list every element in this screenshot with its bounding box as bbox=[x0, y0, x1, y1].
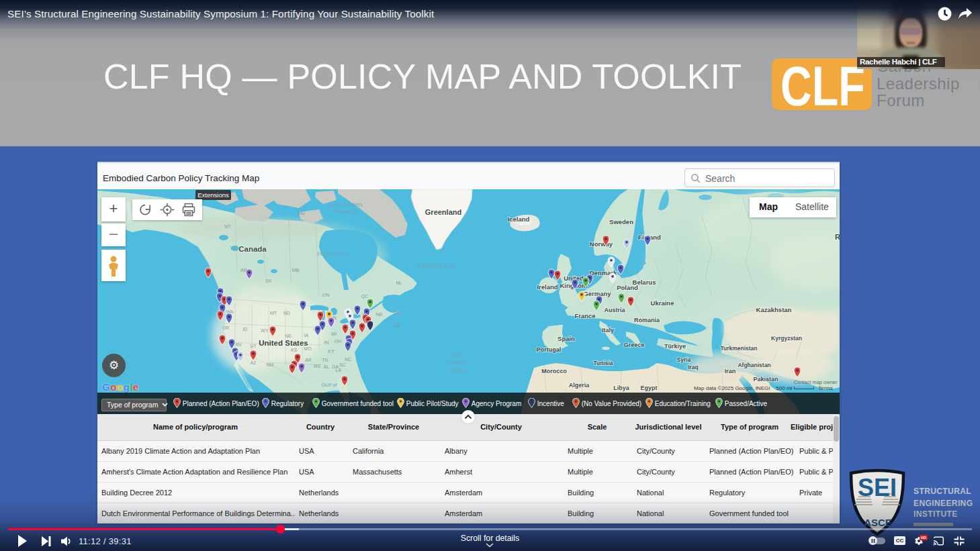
svg-text:TN: TN bbox=[322, 358, 328, 362]
svg-text:Passages: Passages bbox=[332, 208, 357, 215]
svg-text:Syria: Syria bbox=[677, 356, 691, 363]
svg-text:MO: MO bbox=[304, 346, 312, 351]
svg-text:ENGINEERING: ENGINEERING bbox=[914, 499, 973, 508]
svg-text:INSTITUTE: INSTITUTE bbox=[914, 509, 958, 519]
svg-text:Ocean: Ocean bbox=[448, 366, 467, 374]
svg-text:United States: United States bbox=[259, 339, 308, 347]
svg-text:OR: OR bbox=[222, 325, 230, 330]
svg-text:Austria: Austria bbox=[604, 307, 625, 313]
svg-text:Atlantic: Atlantic bbox=[447, 358, 467, 366]
svg-text:Iran: Iran bbox=[725, 368, 736, 374]
svg-text:Türkiye: Türkiye bbox=[664, 343, 686, 350]
svg-text:Contact map owner: Contact map owner bbox=[793, 379, 838, 385]
svg-text:ASCE: ASCE bbox=[864, 517, 892, 528]
svg-text:MI: MI bbox=[331, 332, 337, 336]
svg-text:NV: NV bbox=[235, 342, 242, 347]
svg-text:UT: UT bbox=[250, 344, 257, 348]
svg-text:Morocco: Morocco bbox=[541, 368, 567, 374]
svg-text:Canada: Canada bbox=[238, 245, 267, 253]
svg-text:NE: NE bbox=[285, 334, 292, 338]
svg-text:Sweden: Sweden bbox=[609, 218, 633, 226]
svg-text:Libya: Libya bbox=[613, 385, 630, 391]
svg-text:Algeria: Algeria bbox=[569, 382, 590, 389]
svg-text:North: North bbox=[449, 350, 465, 358]
svg-text:MT: MT bbox=[270, 311, 277, 315]
svg-text:Belarus: Belarus bbox=[633, 279, 656, 286]
svg-text:Pakistan: Pakistan bbox=[753, 376, 778, 383]
svg-text:WY: WY bbox=[261, 328, 269, 333]
svg-text:NT: NT bbox=[224, 224, 231, 229]
svg-text:AR: AR bbox=[305, 358, 312, 362]
svg-text:Spain: Spain bbox=[558, 335, 575, 342]
svg-text:PE: PE bbox=[394, 311, 400, 315]
svg-text:KS: KS bbox=[291, 348, 298, 352]
svg-text:Northwestern: Northwestern bbox=[328, 201, 363, 208]
svg-text:Italy: Italy bbox=[602, 327, 614, 334]
svg-text:Kazakhstan: Kazakhstan bbox=[756, 306, 792, 313]
svg-text:AL: AL bbox=[324, 364, 330, 369]
svg-text:Egypt: Egypt bbox=[640, 385, 657, 391]
svg-text:KY: KY bbox=[328, 349, 335, 354]
svg-text:IN: IN bbox=[324, 340, 329, 345]
svg-text:SC: SC bbox=[339, 362, 346, 367]
svg-text:NC: NC bbox=[345, 357, 351, 362]
svg-text:MB: MB bbox=[292, 268, 300, 272]
svg-text:Iraq: Iraq bbox=[688, 364, 699, 370]
svg-text:Hudson Bay: Hudson Bay bbox=[317, 250, 351, 257]
svg-text:ND: ND bbox=[283, 311, 290, 315]
svg-text:Afghanistan: Afghanistan bbox=[738, 362, 770, 368]
svg-text:IA: IA bbox=[304, 333, 309, 338]
svg-text:NL: NL bbox=[396, 281, 402, 285]
svg-text:Ireland: Ireland bbox=[537, 283, 558, 291]
svg-text:NM: NM bbox=[267, 362, 274, 367]
svg-text:Greece: Greece bbox=[624, 342, 645, 348]
svg-text:Iceland: Iceland bbox=[508, 215, 530, 223]
svg-text:Kyrgyzstan: Kyrgyzstan bbox=[771, 335, 802, 342]
svg-text:SEI: SEI bbox=[858, 474, 897, 501]
svg-text:Tunisia: Tunisia bbox=[593, 360, 613, 366]
svg-text:NU: NU bbox=[298, 211, 305, 215]
svg-text:ON: ON bbox=[322, 293, 330, 297]
svg-text:France: France bbox=[574, 312, 595, 319]
svg-text:R: R bbox=[835, 233, 840, 241]
svg-text:Norway: Norway bbox=[590, 240, 613, 248]
svg-text:NB: NB bbox=[375, 312, 382, 317]
svg-text:Romania: Romania bbox=[634, 317, 660, 323]
svg-text:Portugal: Portugal bbox=[537, 346, 562, 353]
svg-text:AZ: AZ bbox=[251, 360, 257, 365]
svg-text:NS: NS bbox=[394, 323, 400, 328]
svg-text:Labrador Sea: Labrador Sea bbox=[418, 262, 455, 269]
svg-text:LA: LA bbox=[336, 368, 342, 372]
svg-text:Ukraine: Ukraine bbox=[651, 299, 674, 307]
svg-text:Greenland: Greenland bbox=[425, 208, 461, 216]
svg-text:SK: SK bbox=[265, 279, 272, 283]
svg-text:Turkmenistan: Turkmenistan bbox=[720, 345, 757, 352]
svg-text:YT: YT bbox=[230, 246, 237, 250]
svg-text:MS: MS bbox=[314, 364, 321, 368]
svg-text:QC: QC bbox=[361, 294, 369, 299]
svg-text:Gulf of: Gulf of bbox=[321, 382, 337, 388]
svg-text:ID: ID bbox=[243, 327, 248, 332]
svg-text:STRUCTURAL: STRUCTURAL bbox=[914, 487, 971, 496]
svg-text:OH: OH bbox=[335, 339, 342, 344]
